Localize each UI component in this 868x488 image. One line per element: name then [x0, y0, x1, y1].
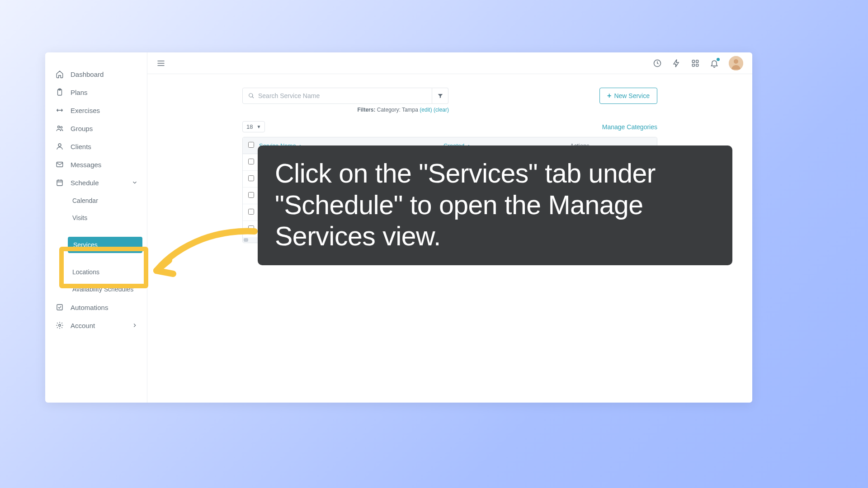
- nav-label: Schedule: [71, 179, 99, 187]
- filters-text: Category: Tampa: [377, 107, 418, 113]
- gear-icon: [55, 321, 64, 330]
- caret-down-icon: ▼: [256, 124, 261, 129]
- dumbbell-icon: [55, 106, 64, 115]
- row-checkbox[interactable]: [248, 225, 254, 231]
- bolt-icon[interactable]: [672, 59, 681, 68]
- svg-rect-7: [57, 305, 62, 310]
- svg-rect-11: [696, 60, 698, 62]
- table-controls-row: 18 ▼ Manage Categories: [242, 121, 657, 132]
- nav-schedule[interactable]: Schedule: [45, 174, 147, 192]
- subnav-services[interactable]: Services: [68, 237, 142, 253]
- users-icon: [55, 124, 64, 133]
- filters-label: Filters:: [357, 107, 375, 113]
- nav-label: Plans: [71, 89, 88, 96]
- th-checkbox: [248, 142, 259, 149]
- svg-point-3: [61, 127, 62, 128]
- bell-icon[interactable]: [710, 59, 719, 68]
- user-icon: [55, 142, 64, 151]
- svg-point-2: [58, 126, 60, 128]
- filters-edit-link[interactable]: (edit): [420, 107, 432, 113]
- nav-label: Clients: [71, 143, 91, 150]
- home-icon: [55, 70, 64, 79]
- nav-label: Dashboard: [71, 70, 104, 78]
- sidebar: Dashboard Plans Exercises Groups Clients…: [45, 52, 147, 403]
- select-all-checkbox[interactable]: [248, 142, 254, 148]
- filter-summary: Filters: Category: Tampa (edit) (clear): [242, 107, 449, 113]
- nav-label: Automations: [71, 304, 108, 311]
- nav-clients[interactable]: Clients: [45, 137, 147, 155]
- clock-icon[interactable]: [653, 59, 662, 68]
- clipboard-icon: [55, 88, 64, 97]
- nav-groups[interactable]: Groups: [45, 119, 147, 137]
- svg-rect-6: [57, 180, 62, 186]
- row-checkbox[interactable]: [248, 159, 254, 164]
- subnav-hidden-1[interactable]: [68, 227, 142, 236]
- search-input[interactable]: [258, 92, 426, 99]
- nav-label: Messages: [71, 161, 101, 169]
- row-checkbox[interactable]: [248, 192, 254, 198]
- row-checkbox[interactable]: [248, 175, 254, 181]
- nav-account[interactable]: Account: [45, 316, 147, 334]
- row-checkbox[interactable]: [248, 209, 254, 215]
- chevron-right-icon: [132, 322, 138, 328]
- nav-label: Exercises: [71, 107, 100, 114]
- mail-icon: [55, 160, 64, 169]
- subnav-visits[interactable]: Visits: [68, 210, 142, 226]
- avatar[interactable]: [729, 56, 743, 70]
- subnav-calendar[interactable]: Calendar: [68, 192, 142, 209]
- schedule-subnav: Calendar Visits Services Locations Avail…: [45, 192, 147, 298]
- annotation-callout: Click on the "Services" tab under "Sched…: [258, 145, 732, 265]
- search-icon: [248, 93, 255, 99]
- subnav-availability[interactable]: Availability Schedules: [68, 281, 142, 297]
- nav-label: Account: [71, 322, 95, 329]
- svg-point-15: [734, 59, 738, 64]
- subnav-locations[interactable]: Locations: [68, 264, 142, 280]
- nav-label: Groups: [71, 125, 93, 132]
- search-row: + New Service: [242, 88, 657, 104]
- nav-exercises[interactable]: Exercises: [45, 101, 147, 119]
- svg-rect-10: [692, 60, 694, 62]
- filter-button[interactable]: [432, 88, 448, 104]
- chevron-down-icon: [132, 179, 138, 186]
- plus-icon: +: [607, 92, 611, 100]
- check-square-icon: [55, 303, 64, 312]
- topbar-right: [653, 56, 743, 70]
- new-service-button[interactable]: + New Service: [599, 88, 657, 104]
- page-size-value: 18: [246, 123, 253, 130]
- new-service-label: New Service: [614, 92, 650, 99]
- nav-dashboard[interactable]: Dashboard: [45, 65, 147, 83]
- svg-point-4: [58, 144, 61, 146]
- filters-clear-link[interactable]: (clear): [434, 107, 449, 113]
- nav-automations[interactable]: Automations: [45, 298, 147, 316]
- manage-categories-link[interactable]: Manage Categories: [602, 123, 657, 131]
- svg-rect-12: [692, 64, 694, 66]
- search-box[interactable]: [242, 88, 432, 104]
- calendar-icon: [55, 178, 64, 187]
- subnav-hidden-2[interactable]: [68, 254, 142, 263]
- menu-toggle[interactable]: [156, 59, 165, 68]
- apps-icon[interactable]: [691, 59, 700, 68]
- nav-messages[interactable]: Messages: [45, 155, 147, 174]
- scroll-left-thumb[interactable]: [244, 238, 248, 242]
- nav-plans[interactable]: Plans: [45, 83, 147, 101]
- page-size-select[interactable]: 18 ▼: [242, 121, 265, 132]
- svg-point-8: [59, 324, 61, 327]
- svg-rect-13: [696, 64, 698, 66]
- topbar: [147, 52, 752, 74]
